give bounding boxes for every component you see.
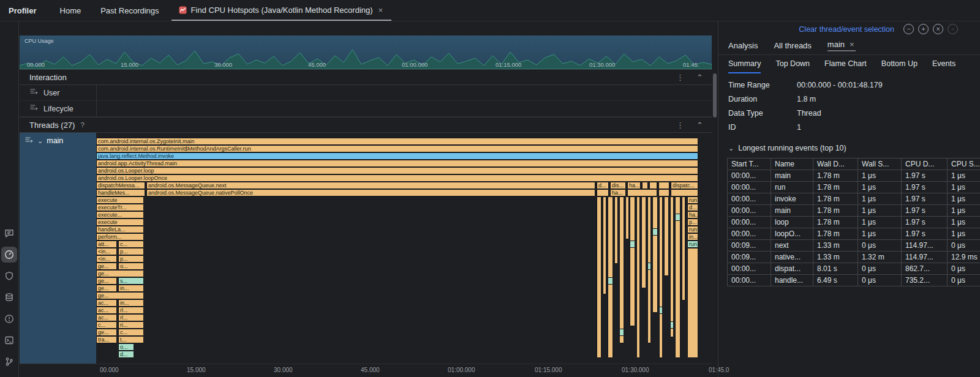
events-table-row[interactable]: 00:00...main1.78 m1 μs1.97 s1 μs [728, 170, 980, 182]
thread-main-label[interactable]: ⌄ main [20, 133, 96, 364]
flame-segment[interactable] [630, 196, 635, 326]
flame-segment[interactable]: ge... [96, 329, 117, 336]
events-table-row[interactable]: 00:00...run1.78 m1 μs1.97 s1 μs [728, 182, 980, 193]
flame-segment[interactable] [597, 189, 609, 196]
tab-summary[interactable]: Summary [728, 55, 761, 73]
events-column-header[interactable]: CPU S... [948, 159, 980, 170]
flame-segment[interactable]: in... [118, 285, 144, 292]
tab-events[interactable]: Events [932, 55, 956, 73]
flame-segment[interactable]: t... [118, 336, 144, 343]
flame-segment[interactable] [652, 228, 658, 236]
flame-segment[interactable] [627, 189, 657, 196]
flame-segment[interactable]: d... [687, 204, 698, 211]
reset-zoom-button[interactable]: × [933, 24, 943, 34]
flame-segment[interactable]: com.android.internal.os.ZygoteInit.main [96, 138, 698, 145]
events-column-header[interactable]: Start T... [728, 159, 771, 170]
flame-segment[interactable] [597, 196, 601, 358]
events-column-header[interactable]: Name [771, 159, 813, 170]
flame-segment[interactable]: c... [118, 241, 144, 248]
scrollbar-thumb[interactable] [713, 73, 717, 118]
flame-segment[interactable] [619, 196, 624, 343]
flame-segment[interactable] [664, 196, 669, 276]
flame-segment[interactable]: ac... [96, 314, 117, 321]
flame-segment[interactable]: ge... [96, 263, 117, 270]
tab-past-recordings[interactable]: Past Recordings [91, 0, 168, 21]
tab-top-down[interactable]: Top Down [775, 55, 810, 73]
flame-segment[interactable]: android.os.MessageQueue.next [146, 182, 595, 189]
app-inspection-icon[interactable] [1, 289, 17, 305]
flame-segment[interactable]: ac... [96, 307, 117, 314]
flame-segment[interactable]: android.os.Looper.loopOnce [96, 174, 698, 182]
flame-segment[interactable]: execute [96, 196, 144, 204]
flame-segment[interactable]: execute... [96, 211, 144, 218]
flame-segment[interactable] [625, 196, 629, 239]
flame-segment[interactable]: run [687, 226, 698, 233]
events-column-header[interactable]: Wall S... [858, 159, 902, 170]
close-tab-icon[interactable]: × [377, 6, 385, 15]
tab-main[interactable]: main × [827, 40, 856, 51]
flame-segment[interactable]: p... [118, 255, 144, 263]
flame-segment[interactable]: o... [118, 263, 144, 270]
terminal-icon[interactable] [1, 332, 17, 348]
flame-segment[interactable]: ri... [118, 321, 144, 329]
zoom-out-button[interactable]: − [903, 24, 914, 34]
flame-segment[interactable]: in... [687, 233, 698, 241]
tab-bottom-up[interactable]: Bottom Up [881, 55, 918, 73]
collapse-section-icon[interactable]: ⌃ [696, 73, 703, 81]
flame-segment[interactable]: <in... [96, 255, 117, 263]
interaction-section-header[interactable]: Interaction ⋮ ⌃ [20, 69, 712, 85]
flame-segment[interactable] [636, 196, 640, 358]
interaction-row-user[interactable]: User [20, 85, 712, 101]
tab-find-cpu-hotspots[interactable]: Find CPU Hotspots (Java/Kotlin Method Re… [172, 0, 392, 21]
tab-all-threads[interactable]: All threads [774, 41, 811, 50]
flame-segment[interactable]: att... [96, 241, 117, 248]
flame-segment[interactable]: android.os.MessageQueue.nativePollOnce [146, 189, 595, 196]
threads-section-header[interactable]: Threads (27) ? ⋮ ⌃ [20, 117, 712, 133]
flame-segment[interactable] [641, 196, 646, 288]
flame-segment[interactable] [603, 196, 606, 294]
events-column-header[interactable]: Wall D... [813, 159, 858, 170]
flame-segment[interactable]: run [687, 241, 698, 248]
flame-segment[interactable]: d... [118, 351, 134, 358]
flame-segment[interactable]: tra... [96, 336, 117, 343]
flame-segment[interactable]: ge... [96, 292, 144, 299]
collapse-section-icon[interactable]: ⌃ [696, 121, 703, 129]
flame-segment[interactable] [659, 307, 663, 314]
flame-segment[interactable]: handleMes... [96, 189, 145, 196]
flame-segment[interactable] [670, 321, 674, 329]
flame-segment[interactable]: dis... [610, 182, 626, 189]
flame-segment[interactable]: ha... [687, 211, 698, 218]
flame-segment[interactable] [619, 329, 624, 336]
flame-segment[interactable]: ge... [96, 270, 144, 277]
flame-segment[interactable]: d... [597, 182, 609, 189]
problems-icon[interactable] [1, 311, 17, 327]
cpu-usage-chart[interactable]: CPU Usage 00.00015.00030.00045.00001:00.… [20, 35, 712, 69]
events-table-row[interactable]: 00:00...loopO...1.78 m1 μs1.97 s1 μs [728, 228, 980, 240]
flame-segment[interactable] [630, 241, 635, 248]
vertical-scrollbar[interactable] [712, 35, 718, 377]
flame-segment[interactable] [675, 214, 680, 221]
events-column-header[interactable]: CPU D... [902, 159, 948, 170]
flame-segment[interactable]: dispatchMessa... [96, 182, 145, 189]
flame-segment[interactable] [652, 196, 658, 313]
flame-segment[interactable] [649, 182, 657, 189]
flame-segment[interactable]: c... [96, 321, 117, 329]
version-control-icon[interactable] [1, 354, 17, 370]
flame-segment[interactable] [687, 248, 698, 358]
flame-segment[interactable]: ha... [610, 189, 626, 196]
flame-segment[interactable]: p... [118, 248, 144, 255]
flame-segment[interactable]: p... [687, 218, 698, 226]
events-table-row[interactable]: 00:00...handle...6.49 s0 μs735.2...0 μs [728, 275, 980, 286]
flame-segment[interactable] [682, 196, 685, 300]
tab-flame-chart[interactable]: Flame Chart [824, 55, 867, 73]
flame-segment[interactable] [659, 196, 663, 358]
flame-segment[interactable]: run [687, 196, 698, 204]
flame-segment[interactable] [658, 189, 669, 196]
events-table-row[interactable]: 00:09...native...1.33 m1.32 m114.97...12… [728, 252, 980, 263]
flame-segment[interactable]: android.os.Looper.loop [96, 167, 698, 174]
flame-segment[interactable]: rl... [118, 314, 144, 321]
flame-segment[interactable]: perform... [96, 233, 144, 241]
flame-segment[interactable]: handleLa... [96, 226, 144, 233]
flame-segment[interactable] [670, 196, 674, 337]
flame-segment[interactable] [647, 263, 651, 270]
